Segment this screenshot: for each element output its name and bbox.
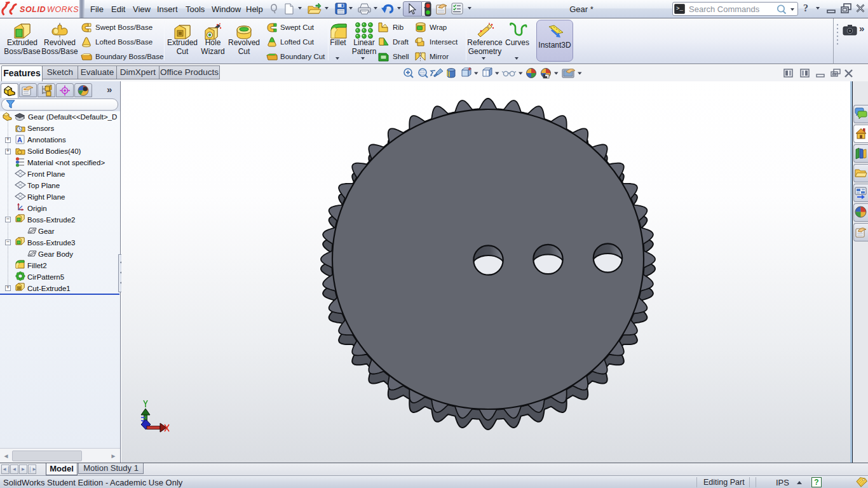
svg-text:SOLID: SOLID: [20, 5, 46, 14]
svg-text:WORKS: WORKS: [47, 5, 79, 14]
svg-text:A: A: [17, 136, 22, 144]
